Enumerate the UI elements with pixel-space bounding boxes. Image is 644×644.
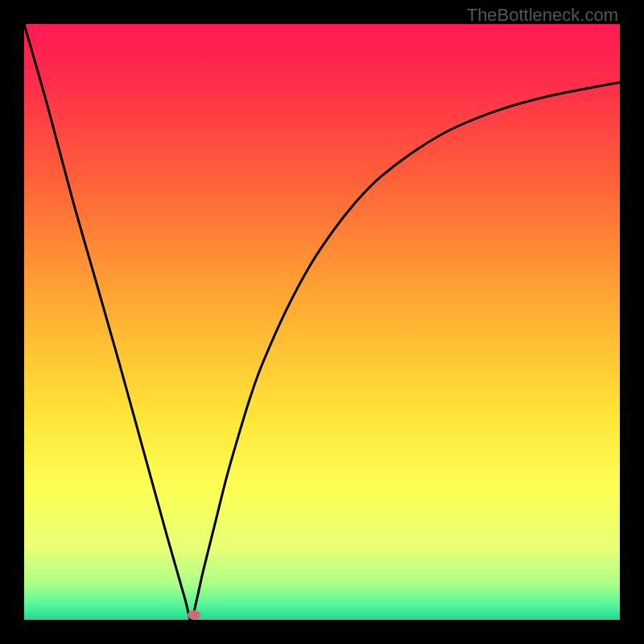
gradient-background xyxy=(24,24,620,620)
bottleneck-chart xyxy=(24,24,620,620)
optimum-marker-dot xyxy=(188,610,200,620)
watermark-text: TheBottleneck.com xyxy=(467,5,618,26)
chart-frame xyxy=(24,24,620,620)
